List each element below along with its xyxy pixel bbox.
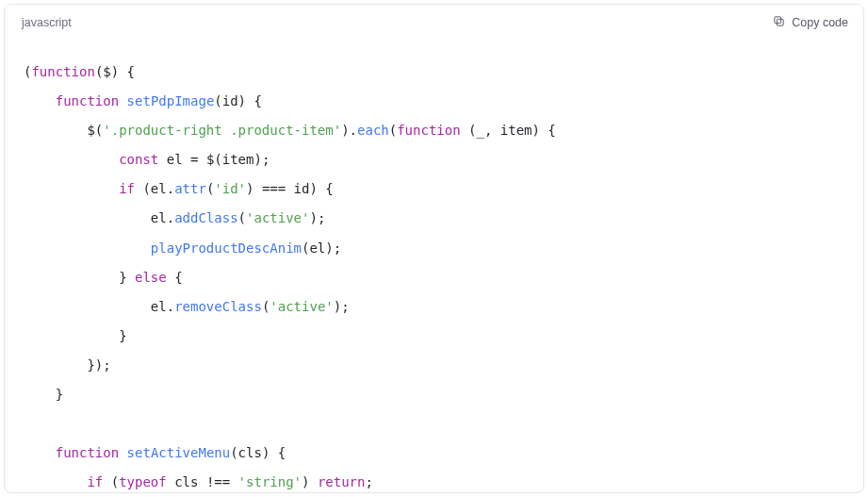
copy-code-button[interactable]: Copy code <box>772 12 848 33</box>
code-header: javascript Copy code <box>5 5 863 41</box>
code-block: javascript Copy code (function($) { func… <box>4 4 864 493</box>
code-content[interactable]: (function($) { function setPdpImage(id) … <box>24 58 844 492</box>
copy-icon <box>772 14 786 31</box>
language-label: javascript <box>22 16 72 29</box>
svg-rect-1 <box>775 17 781 24</box>
copy-code-label: Copy code <box>792 16 848 29</box>
svg-rect-0 <box>778 19 784 25</box>
code-body: (function($) { function setPdpImage(id) … <box>5 41 863 492</box>
